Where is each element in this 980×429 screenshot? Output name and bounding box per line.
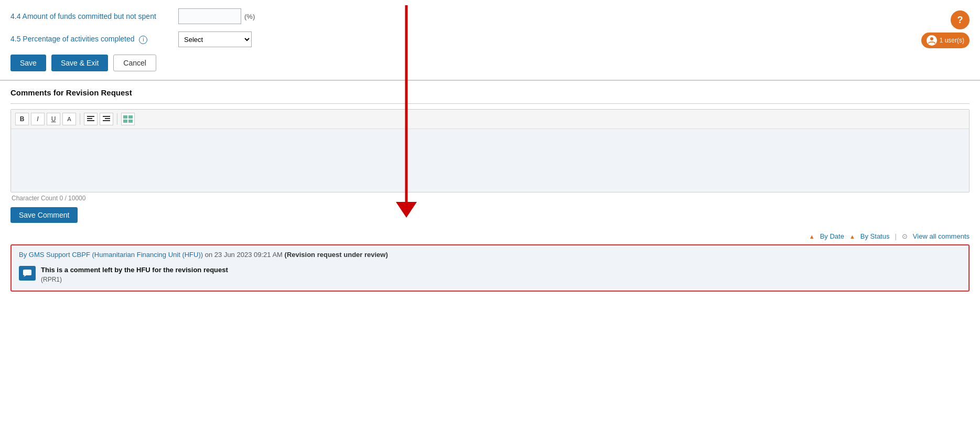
help-button[interactable]: ?	[951, 10, 970, 29]
underline-button[interactable]: U	[47, 113, 60, 125]
svg-marker-13	[24, 275, 26, 277]
svg-rect-4	[87, 120, 94, 121]
align-left-button[interactable]	[84, 113, 98, 125]
funds-input[interactable]	[178, 8, 241, 24]
comment-author: By GMS Support CBPF (Humanitarian Financ…	[19, 251, 203, 259]
sort-divider: |	[895, 232, 896, 240]
view-all-icon: ⊙	[902, 232, 908, 240]
activities-select[interactable]: Select	[178, 31, 252, 47]
comment-tag: (RPR1)	[41, 276, 228, 283]
svg-rect-9	[128, 115, 133, 119]
save-exit-button[interactable]: Save & Exit	[51, 55, 108, 71]
svg-rect-2	[87, 116, 94, 117]
save-button[interactable]: Save	[10, 55, 46, 71]
editor-toolbar: B I U A	[11, 110, 969, 129]
svg-rect-3	[87, 118, 92, 119]
users-label: 1 user(s)	[940, 37, 964, 44]
view-all-comments[interactable]: View all comments	[913, 232, 970, 240]
editor-body[interactable]	[11, 129, 969, 192]
users-icon	[927, 35, 937, 46]
comment-body: This is a comment left by the HFU for th…	[12, 262, 968, 291]
bold-button[interactable]: B	[15, 113, 29, 125]
sort-status-arrow: ▲	[849, 233, 855, 240]
comment-card: By GMS Support CBPF (Humanitarian Financ…	[10, 244, 970, 292]
svg-rect-8	[123, 115, 127, 119]
funds-unit: (%)	[244, 13, 255, 20]
toolbar-separator-1	[80, 113, 80, 125]
comment-header: By GMS Support CBPF (Humanitarian Financ…	[12, 245, 968, 262]
svg-rect-11	[128, 120, 133, 123]
save-comment-button[interactable]: Save Comment	[10, 207, 78, 223]
info-icon[interactable]: i	[139, 36, 147, 44]
comment-editor: B I U A	[10, 109, 970, 192]
activities-label: 4.5 Percentage of activities completed i	[10, 35, 178, 44]
comment-text: This is a comment left by the HFU for th…	[41, 266, 228, 274]
cancel-button[interactable]: Cancel	[113, 55, 156, 71]
highlight-button[interactable]: A	[62, 113, 76, 125]
svg-rect-10	[123, 120, 127, 123]
users-button[interactable]: 1 user(s)	[921, 33, 970, 48]
toolbar-separator-2	[117, 113, 117, 125]
char-count: Character Count 0 / 10000	[10, 195, 970, 202]
comment-text-block: This is a comment left by the HFU for th…	[41, 266, 228, 283]
svg-rect-6	[105, 118, 110, 119]
comment-bubble-icon	[19, 266, 36, 281]
table-button[interactable]	[121, 113, 135, 125]
svg-rect-5	[103, 116, 110, 117]
svg-point-14	[930, 37, 933, 40]
comments-title: Comments for Revision Request	[10, 88, 970, 97]
sort-date-arrow: ▲	[809, 233, 815, 240]
italic-button[interactable]: I	[31, 113, 45, 125]
svg-rect-12	[23, 270, 31, 275]
sort-bar: ▲ By Date ▲ By Status | ⊙ View all comme…	[0, 228, 980, 244]
funds-label: 4.4 Amount of funds committed but not sp…	[10, 12, 178, 20]
sort-by-date[interactable]: By Date	[820, 232, 844, 240]
sort-by-status[interactable]: By Status	[860, 232, 890, 240]
align-right-button[interactable]	[100, 113, 113, 125]
svg-rect-7	[103, 120, 110, 121]
